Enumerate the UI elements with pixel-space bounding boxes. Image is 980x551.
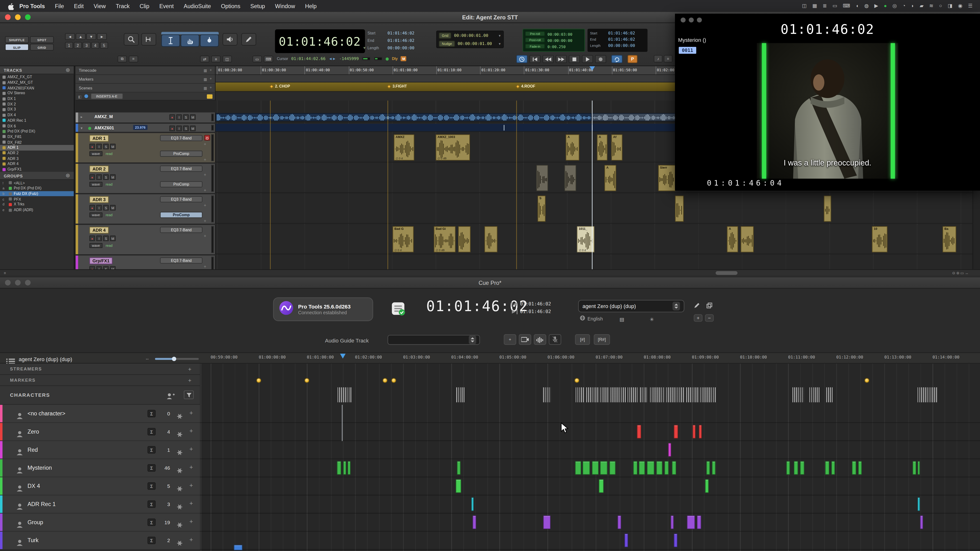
tracks-panel-item[interactable]: ADR 2 (0, 151, 74, 156)
guide-track-waveform[interactable] (640, 387, 648, 402)
hscroll-handle[interactable] (716, 271, 737, 275)
cue-clip[interactable] (831, 461, 835, 475)
cue-clip[interactable] (692, 425, 695, 438)
cue-clip[interactable] (639, 461, 645, 475)
zoom-preset-2[interactable]: 2 (74, 42, 82, 49)
cue-playhead-marker[interactable] (340, 354, 346, 359)
menu-event[interactable]: Event (154, 3, 179, 9)
audio-clip[interactable]: A (566, 134, 579, 161)
document-icon[interactable]: ▤ (617, 315, 626, 324)
scene-marker[interactable]: 3.FIGHT (388, 84, 407, 88)
track-mute-button[interactable]: M (190, 125, 196, 131)
character-cell[interactable]: GroupΣ19+ (0, 513, 200, 532)
track-solo-button[interactable]: S (183, 114, 189, 120)
track-header[interactable]: ADR 3●ISMwavereadEQ3 7-Band+ProComp+ (76, 194, 216, 224)
guide-track-waveform[interactable] (826, 387, 832, 402)
value[interactable]: 00:00:00:00 (608, 43, 635, 48)
insert-add-icon[interactable]: + (204, 188, 207, 192)
fast-forward-button[interactable] (555, 55, 567, 63)
guide-track-waveform[interactable] (610, 387, 626, 402)
cue-clip[interactable] (347, 461, 350, 475)
character-cell[interactable]: MysterionΣ46+ (0, 459, 200, 477)
audio-clip[interactable]: 10 (872, 226, 888, 252)
add-cue-icon[interactable]: + (189, 409, 193, 416)
audio-clip[interactable] (675, 195, 684, 222)
add-icon[interactable]: + (210, 86, 212, 90)
gear-icon[interactable] (177, 429, 183, 440)
menu-help[interactable]: Help (300, 3, 321, 9)
guide-track-waveform[interactable] (929, 387, 938, 402)
track-name[interactable]: ADR 3 (89, 196, 109, 203)
grid-icon[interactable]: ▦ (204, 77, 207, 81)
cue-clip[interactable] (455, 479, 461, 493)
main-counter[interactable]: 01:01:46:02▾ (275, 29, 365, 53)
zoom-horizontal-icon[interactable]: ↔ (145, 356, 149, 360)
cue-marker[interactable] (256, 378, 261, 383)
value[interactable]: 01:01:46:02 (608, 30, 635, 36)
add-icon[interactable]: + (210, 68, 212, 73)
insert-procomp[interactable]: ProComp (160, 181, 203, 187)
track-view-selector[interactable]: wave (89, 182, 102, 187)
automation-mode[interactable]: read (105, 152, 113, 156)
return-to-zero-button[interactable] (530, 55, 541, 63)
tracks-panel-item[interactable]: AMXZ601FXAN (0, 85, 74, 91)
insert-add-icon[interactable]: + (204, 233, 207, 238)
cue-clip[interactable] (913, 461, 916, 475)
cue-clip[interactable] (609, 461, 616, 475)
character-cell[interactable]: RedΣ1+ (0, 441, 200, 459)
sync-list-icon[interactable] (391, 301, 406, 319)
track-name[interactable]: AMXZ601 (94, 125, 114, 130)
delay-indicator[interactable]: Dly (392, 57, 398, 61)
ruler-row-timecode[interactable]: Timecode▦+ (76, 66, 215, 75)
track-horizontal-scrollbar[interactable]: ≡ ⊖ ⊕ ▭ ↔ (0, 269, 980, 275)
cue-clip[interactable] (473, 515, 476, 529)
display-icon[interactable]: ▭ (832, 3, 837, 8)
groups-panel-item[interactable]: !<ALL> (0, 180, 74, 186)
track-record-button[interactable]: ● (89, 205, 95, 211)
shuffle-mode-button[interactable]: SHUFFLE (5, 37, 29, 43)
selection-value[interactable]: 01:01:46:02 (388, 30, 414, 36)
add-cue-icon[interactable]: + (189, 446, 193, 453)
value[interactable]: 01:01:46:02 (608, 37, 635, 42)
toolbar-misc-button[interactable]: ♪ (654, 55, 662, 62)
audio-clip[interactable]: A (597, 134, 608, 161)
grabber-tool-button[interactable] (181, 35, 199, 47)
folder-icon[interactable] (207, 94, 213, 98)
track-mute-button[interactable]: M (110, 174, 116, 180)
gear-icon[interactable] (177, 447, 183, 458)
track-solo-button[interactable]: S (103, 205, 109, 211)
track-input-button[interactable]: I (96, 144, 102, 149)
cue-clip[interactable] (647, 461, 654, 475)
audio-clip[interactable] (741, 226, 754, 252)
track-mute-button[interactable]: M (110, 144, 116, 149)
zoom-out-icon[interactable]: ⊖ ⊕ ▭ ↔ (952, 270, 969, 275)
slip-mode-button[interactable]: SLIP (5, 44, 29, 51)
zoom-arrow-button[interactable]: ▲ (76, 33, 86, 40)
cue-clip[interactable] (825, 461, 829, 475)
add-cue-icon[interactable]: + (189, 500, 193, 507)
loop-playback-button[interactable] (611, 55, 622, 63)
track-list-icon[interactable]: ◧ (78, 94, 82, 98)
zoom-arrow-button[interactable]: ▼ (86, 33, 96, 40)
guide-track-waveform[interactable] (792, 387, 803, 402)
pre-roll-button[interactable]: Pre-roll (525, 31, 545, 37)
smart-tool-bar[interactable] (161, 32, 219, 34)
tracks-panel-item[interactable]: AMXZ_FX_GT (0, 75, 74, 80)
siri-icon[interactable]: ◉ (958, 3, 962, 8)
tracks-panel-item[interactable]: Grp/FX1 (0, 167, 74, 172)
track-input-button[interactable]: I (177, 125, 182, 131)
toolbar-misc-button[interactable]: ⌨ (264, 56, 273, 62)
character-lane[interactable] (200, 423, 980, 441)
audio-clip[interactable] (824, 195, 831, 222)
audio-clip[interactable] (536, 165, 548, 191)
zoom-preset-1[interactable]: 1 (65, 42, 73, 49)
menu-edit[interactable]: Edit (69, 3, 89, 9)
track-mute-button[interactable]: M (190, 114, 196, 120)
toolbar-misc-button[interactable]: ▭ (252, 56, 262, 62)
play-icon[interactable]: ▶ (874, 3, 878, 8)
guide-track-waveform[interactable] (337, 387, 348, 402)
insert-procomp[interactable]: ProComp (160, 212, 203, 218)
menu-clip[interactable]: Clip (135, 3, 154, 9)
character-cell[interactable]: ADR Rec 1Σ3+ (0, 495, 200, 514)
nudge-arrows-icon[interactable]: ◄► (329, 57, 336, 61)
